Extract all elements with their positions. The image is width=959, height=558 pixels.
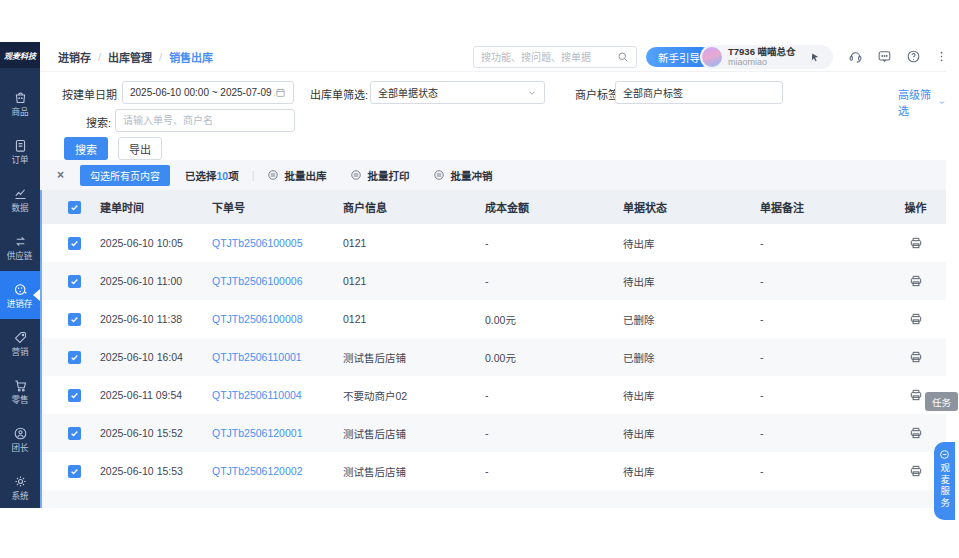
breadcrumb-item[interactable]: 出库管理 xyxy=(108,49,152,65)
row-checkbox[interactable] xyxy=(68,389,81,402)
keyword-search-input[interactable] xyxy=(123,115,287,126)
sidebar-item-label: 数据 xyxy=(11,204,28,213)
cell-status: 待出库 xyxy=(623,236,760,251)
global-search-input[interactable] xyxy=(481,52,617,63)
export-button[interactable]: 导出 xyxy=(118,137,162,160)
merchant-tag-box xyxy=(615,81,783,104)
table-header: 建单时间 下单号 商户信息 成本金额 单据状态 单据备注 操作 xyxy=(40,190,946,224)
batch-reverse-button[interactable]: 批量冲销 xyxy=(433,168,492,183)
column-header[interactable]: 单据备注 xyxy=(760,199,885,215)
cell-remark: - xyxy=(760,351,885,363)
batch-outbound-button[interactable]: 批量出库 xyxy=(267,168,326,183)
table-row[interactable]: 2025-06-10 11:38 QTJTb2506100008 0121 0.… xyxy=(40,300,946,338)
sidebar-item-orders[interactable]: 订单 xyxy=(0,127,40,175)
status-select[interactable] xyxy=(370,81,545,104)
selected-suffix: 项 xyxy=(228,170,239,182)
more-options-icon[interactable] xyxy=(935,50,948,63)
selected-count: 10 xyxy=(217,170,229,182)
breadcrumb-item[interactable]: 进销存 xyxy=(58,49,91,65)
print-icon[interactable] xyxy=(909,236,923,250)
search-button[interactable]: 搜索 xyxy=(64,137,108,160)
date-type-dropdown[interactable]: 按建单日期 xyxy=(62,86,129,102)
help-icon[interactable] xyxy=(906,49,921,64)
table-row[interactable]: 2025-06-10 15:53 QTJTb2506120002 测试售后店铺 … xyxy=(40,452,946,490)
table-row[interactable]: 2025-06-10 10:05 QTJTb2506100005 0121 - … xyxy=(40,224,946,262)
swap-arrows-icon xyxy=(13,234,28,249)
service-floating-tab[interactable]: 观麦服务 xyxy=(934,442,955,520)
task-floating-tab[interactable]: 任务 xyxy=(925,392,958,411)
user-account-chip[interactable]: T7936 喵喵总仓 miaomiao xyxy=(700,45,833,69)
sidebar-item-goods[interactable]: 商品 xyxy=(0,79,40,127)
customer-service-icon[interactable] xyxy=(848,49,863,64)
sidebar-item-supply-chain[interactable]: 供应链 xyxy=(0,223,40,271)
select-all-pages-button[interactable]: 勾选所有页内容 xyxy=(80,165,170,186)
cell-order-no-link[interactable]: QTJTb2506110001 xyxy=(212,351,343,363)
table-row[interactable]: 2025-06-11 09:54 QTJTb2506110004 不要动商户02… xyxy=(40,376,946,414)
stack-circle-icon xyxy=(350,169,362,181)
column-header[interactable]: 建单时间 xyxy=(100,199,212,215)
row-checkbox[interactable] xyxy=(68,237,81,250)
sidebar-item-system[interactable]: 系统 xyxy=(0,463,40,511)
feedback-chat-icon[interactable] xyxy=(877,49,892,64)
table-row[interactable]: 2025-06-10 11:00 QTJTb2506100006 0121 - … xyxy=(40,262,946,300)
print-icon[interactable] xyxy=(909,350,923,364)
header-checkbox[interactable] xyxy=(68,201,81,214)
cell-order-no-link[interactable]: QTJTb2506120001 xyxy=(212,427,343,439)
print-icon[interactable] xyxy=(909,426,923,440)
advanced-filter-link[interactable]: 高级筛选 xyxy=(898,86,946,118)
batch-print-button[interactable]: 批量打印 xyxy=(350,168,409,183)
cell-cost: - xyxy=(485,465,623,477)
search-icon[interactable] xyxy=(617,51,629,63)
inventory-icon xyxy=(13,282,28,297)
cell-create-time: 2025-06-10 11:38 xyxy=(100,313,212,325)
sidebar-item-label: 供应链 xyxy=(7,252,33,261)
merchant-tag-input[interactable] xyxy=(623,87,775,98)
bag-icon xyxy=(13,90,28,105)
cell-merchant: 0121 xyxy=(343,275,485,287)
column-header[interactable]: 商户信息 xyxy=(343,199,485,215)
breadcrumb-separator: / xyxy=(98,51,101,63)
sidebar-item-retail[interactable]: 零售 xyxy=(0,367,40,415)
status-select-value[interactable] xyxy=(378,87,527,98)
cell-cost: 0.00元 xyxy=(485,312,623,327)
top-bar: 进销存 / 出库管理 / 销售出库 新手引导 T7936 喵喵总仓 miaomi… xyxy=(40,42,946,72)
cursor-pointer-icon xyxy=(810,52,821,63)
cell-order-no-link[interactable]: QTJTb2506100005 xyxy=(212,237,343,249)
print-icon[interactable] xyxy=(909,312,923,326)
stack-circle-icon xyxy=(267,169,279,181)
row-checkbox[interactable] xyxy=(68,465,81,478)
cell-merchant: 0121 xyxy=(343,237,485,249)
row-checkbox[interactable] xyxy=(68,351,81,364)
cell-order-no-link[interactable]: QTJTb2506120002 xyxy=(212,465,343,477)
table-row[interactable]: 2025-06-10 16:04 QTJTb2506110001 测试售后店铺 … xyxy=(40,338,946,376)
sidebar-item-data[interactable]: 数据 xyxy=(0,175,40,223)
column-header[interactable]: 成本金额 xyxy=(485,199,623,215)
date-range-input[interactable] xyxy=(130,87,275,98)
print-icon[interactable] xyxy=(909,388,923,402)
sidebar-item-label: 系统 xyxy=(11,492,28,501)
cell-order-no-link[interactable]: QTJTb2506110004 xyxy=(212,389,343,401)
cell-order-no-link[interactable]: QTJTb2506100006 xyxy=(212,275,343,287)
sidebar-item-leader[interactable]: 团长 xyxy=(0,415,40,463)
cell-remark: - xyxy=(760,237,885,249)
column-header[interactable]: 单据状态 xyxy=(623,199,760,215)
column-header[interactable]: 下单号 xyxy=(212,199,343,215)
close-icon[interactable]: × xyxy=(57,168,64,182)
cell-order-no-link[interactable]: QTJTb2506100008 xyxy=(212,313,343,325)
print-icon[interactable] xyxy=(909,464,923,478)
print-icon[interactable] xyxy=(909,274,923,288)
table-row[interactable]: 2025-06-10 15:52 QTJTb2506120001 测试售后店铺 … xyxy=(40,414,946,452)
partial-next-row xyxy=(40,490,946,508)
row-checkbox[interactable] xyxy=(68,275,81,288)
cell-status: 待出库 xyxy=(623,274,760,289)
calendar-icon[interactable] xyxy=(275,87,286,98)
batch-outbound-label: 批量出库 xyxy=(284,168,326,183)
user-subtitle: miaomiao xyxy=(728,57,796,68)
person-circle-icon xyxy=(13,426,28,441)
cell-merchant: 0121 xyxy=(343,313,485,325)
sidebar-item-marketing[interactable]: 营销 xyxy=(0,319,40,367)
row-checkbox[interactable] xyxy=(68,427,81,440)
row-checkbox[interactable] xyxy=(68,313,81,326)
gear-icon xyxy=(13,474,28,489)
keyword-search-label: 搜索: xyxy=(86,114,111,130)
